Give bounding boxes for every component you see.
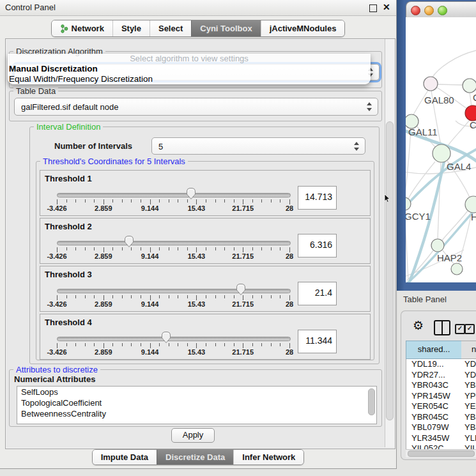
checkbox-checked-icon[interactable]: ✓ xyxy=(455,324,465,334)
combo-value: 5 xyxy=(158,141,163,151)
network-node[interactable] xyxy=(433,144,450,162)
combo-value: galFiltered.sif default node xyxy=(21,102,118,112)
tab-group: Network Style Select Cyni Toolbox jActiv… xyxy=(51,20,346,37)
tab-impute-data[interactable]: Impute Data xyxy=(93,450,157,464)
node-label: C xyxy=(470,119,476,130)
float-window-icon[interactable] xyxy=(369,4,377,12)
content-scrollbar-thumb[interactable] xyxy=(386,121,394,420)
dropdown-option-manual[interactable]: Manual Discretization xyxy=(8,64,371,74)
bottom-tab-bar: Impute Data Discretize Data Infer Networ… xyxy=(0,449,396,465)
table-row[interactable]: YDL19...YDL1 xyxy=(406,359,476,370)
table-row[interactable]: YER054CYER0 xyxy=(406,401,476,412)
network-node[interactable] xyxy=(424,77,438,91)
column-header-shared-name[interactable]: shared... xyxy=(406,341,462,359)
combo-arrows-icon xyxy=(367,102,372,111)
node-label: H xyxy=(471,211,476,222)
close-icon[interactable]: ✕ xyxy=(383,2,390,12)
network-node[interactable] xyxy=(465,196,476,213)
bottom-tab-group: Impute Data Discretize Data Infer Networ… xyxy=(92,449,305,465)
tab-discretize-data[interactable]: Discretize Data xyxy=(157,450,233,464)
network-icon xyxy=(60,24,68,33)
network-node[interactable] xyxy=(431,239,444,252)
column-header-name[interactable]: na xyxy=(461,341,476,359)
node-label: GCY1 xyxy=(406,211,431,222)
split-columns-icon[interactable] xyxy=(434,320,450,335)
network-node[interactable] xyxy=(465,105,476,121)
threshold-label: Threshold 1 xyxy=(45,174,92,183)
tab-style[interactable]: Style xyxy=(112,20,150,36)
traffic-light-minimize-icon[interactable] xyxy=(424,6,434,15)
control-panel-titlebar: Control Panel ✕ xyxy=(0,0,396,16)
threshold-value-field[interactable]: 6.316 xyxy=(298,234,337,257)
threshold-1-panel: Threshold 1 -3.4262.8599.14415.4321.7152… xyxy=(40,170,371,216)
threshold-value-field[interactable]: 14.713 xyxy=(298,186,337,210)
list-item[interactable]: BetweennessCentrality xyxy=(17,408,376,419)
slider-track[interactable] xyxy=(57,337,291,341)
tab-infer-network[interactable]: Infer Network xyxy=(233,450,303,464)
table-hscrollbar-thumb[interactable] xyxy=(408,450,475,457)
tab-network[interactable]: Network xyxy=(52,20,112,36)
tab-label: Discretize Data xyxy=(165,452,225,462)
traffic-light-close-icon[interactable] xyxy=(411,6,420,15)
slider-thumb[interactable] xyxy=(161,331,171,344)
tab-select[interactable]: Select xyxy=(150,20,191,36)
tab-label: Impute Data xyxy=(101,452,148,462)
table-row[interactable]: YLR345WYLR3 xyxy=(406,433,476,444)
numerical-attributes-list[interactable]: SelfLoopsTopologicalCoefficientBetweenne… xyxy=(17,386,377,424)
list-scrollbar[interactable] xyxy=(368,388,375,415)
slider-scale-labels: -3.4262.8599.14415.4321.71528 xyxy=(57,300,289,309)
gear-icon[interactable]: ⚙ xyxy=(413,319,424,332)
combo-arrows-icon xyxy=(354,142,359,151)
network-view-window: GAL80GCGAL11GAL4GCY1HHAP2 xyxy=(406,1,476,282)
network-window-titlebar[interactable] xyxy=(406,1,476,19)
tab-label: Network xyxy=(72,24,104,33)
table-row[interactable]: YDR27...YDR2 xyxy=(406,370,476,381)
slider-thumb[interactable] xyxy=(186,187,196,200)
threshold-3-panel: Threshold 3 -3.4262.8599.14415.4321.7152… xyxy=(40,266,371,312)
table-row[interactable]: YBL079WYBL0 xyxy=(406,422,476,433)
threshold-value-field[interactable]: 21.4 xyxy=(298,282,337,305)
top-tab-bar: Network Style Select Cyni Toolbox jActiv… xyxy=(0,20,396,36)
threshold-value-field[interactable]: 11.344 xyxy=(298,330,337,353)
threshold-2-panel: Threshold 2 -3.4262.8599.14415.4321.7152… xyxy=(40,218,371,264)
table-row[interactable]: YBR045CYBR0 xyxy=(406,412,476,423)
slider-track[interactable] xyxy=(57,289,291,293)
tab-cyni-toolbox[interactable]: Cyni Toolbox xyxy=(191,20,260,36)
checkbox-checked-icon[interactable]: ✓ xyxy=(464,324,475,334)
mouse-cursor xyxy=(384,194,390,203)
table-data-combo[interactable]: galFiltered.sif default node xyxy=(14,98,378,116)
slider-thumb[interactable] xyxy=(236,283,246,296)
tab-label: jActiveMNodules xyxy=(270,24,337,33)
number-of-intervals-label: Number of Intervals xyxy=(54,141,132,151)
screen: { "icons": {"close": "✕", "gear": "⚙", "… xyxy=(0,0,476,476)
network-canvas[interactable]: GAL80GCGAL11GAL4GCY1HHAP2 xyxy=(406,17,476,282)
network-node[interactable] xyxy=(463,79,476,93)
node-label: GAL11 xyxy=(408,127,438,137)
network-node[interactable] xyxy=(451,263,463,275)
traffic-light-zoom-icon[interactable] xyxy=(438,6,447,15)
node-label: GAL4 xyxy=(447,161,471,172)
table-panel-title: Table Panel xyxy=(403,295,447,304)
tab-jactivemnodules[interactable]: jActiveMNodules xyxy=(261,20,345,36)
dropdown-option-equal-width[interactable]: Equal Width/Frequency Discretization xyxy=(8,74,371,84)
number-of-intervals-combo[interactable]: 5 xyxy=(151,137,365,155)
list-item[interactable]: TopologicalCoefficient xyxy=(17,397,376,408)
table-row[interactable]: YBR043CYBR0 xyxy=(406,380,476,391)
threshold-label: Threshold 2 xyxy=(45,222,92,231)
table-header: shared... na xyxy=(406,341,476,359)
table-row[interactable]: YPR145WYPR1 xyxy=(406,391,476,402)
group-title: Attributes to discretize xyxy=(13,365,100,374)
apply-button[interactable]: Apply xyxy=(171,428,215,443)
algorithm-dropdown-popup: Select algorithm to view settings Manual… xyxy=(8,54,371,84)
table-body[interactable]: YDL19...YDL1YDR27...YDR2YBR043CYBR0YPR14… xyxy=(406,359,476,449)
slider-track[interactable] xyxy=(57,193,291,197)
list-item[interactable]: SelfLoops xyxy=(17,387,376,397)
slider-track[interactable] xyxy=(57,241,291,245)
slider-thumb[interactable] xyxy=(124,235,134,248)
table-row[interactable]: YIL052CYIL0 xyxy=(406,443,476,449)
control-panel-window: Control Panel ✕ Network Style Select Cyn… xyxy=(0,0,397,469)
threshold-label: Threshold 3 xyxy=(45,270,92,279)
node-label: G xyxy=(473,92,476,103)
network-node[interactable] xyxy=(406,197,411,210)
dropdown-placeholder: Select algorithm to view settings xyxy=(8,54,371,64)
